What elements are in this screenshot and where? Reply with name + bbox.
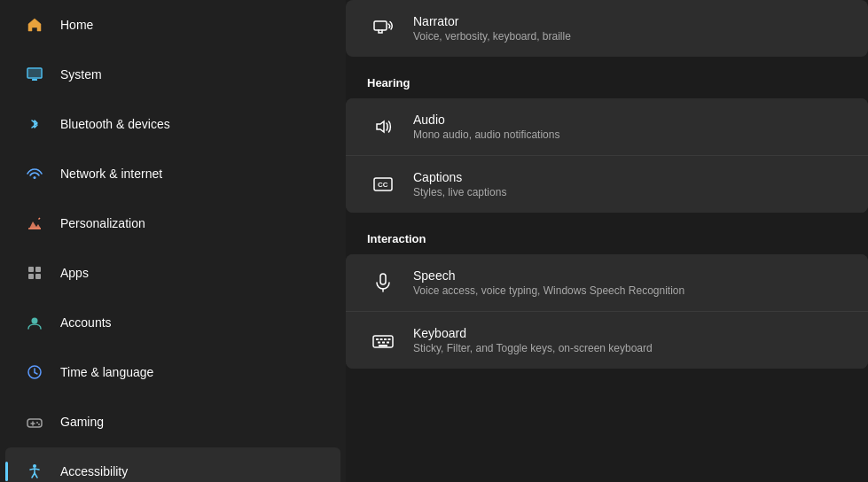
svg-rect-28 <box>382 342 385 344</box>
svg-rect-2 <box>32 79 37 81</box>
sidebar-item-home[interactable]: Home <box>5 1 340 49</box>
audio-icon <box>367 111 399 143</box>
audio-subtitle: Mono audio, audio notifications <box>413 128 559 141</box>
network-icon <box>23 162 46 185</box>
section-header-hearing: Hearing <box>346 60 868 98</box>
sidebar-item-personalization[interactable]: Personalization <box>5 199 340 247</box>
settings-item-narrator[interactable]: NarratorVoice, verbosity, keyboard, brai… <box>346 0 868 57</box>
sidebar-label-accounts: Accounts <box>60 315 112 330</box>
time-icon <box>23 361 46 384</box>
sidebar-label-apps: Apps <box>60 266 89 280</box>
svg-point-16 <box>33 464 36 468</box>
svg-rect-8 <box>35 274 41 279</box>
svg-rect-20 <box>380 274 386 284</box>
home-icon <box>23 13 46 36</box>
narrator-text: NarratorVoice, verbosity, keyboard, brai… <box>413 14 571 43</box>
audio-title: Audio <box>413 113 559 127</box>
settings-item-audio[interactable]: AudioMono audio, audio notifications <box>346 98 868 156</box>
speech-icon <box>367 267 399 299</box>
personalization-icon <box>23 212 46 235</box>
speech-title: Speech <box>413 268 684 283</box>
sidebar-item-time[interactable]: Time & language <box>5 348 340 396</box>
section-block-vision: NarratorVoice, verbosity, keyboard, brai… <box>346 0 868 57</box>
sidebar-item-network[interactable]: Network & internet <box>5 150 340 198</box>
accessibility-icon <box>23 460 46 482</box>
sidebar-label-bluetooth: Bluetooth & devices <box>60 117 170 131</box>
sidebar-item-gaming[interactable]: Gaming <box>5 398 340 446</box>
captions-title: Captions <box>413 170 506 184</box>
svg-rect-7 <box>28 274 34 279</box>
captions-subtitle: Styles, live captions <box>413 186 506 198</box>
section-block-interaction: SpeechVoice access, voice typing, Window… <box>346 254 868 369</box>
svg-point-14 <box>36 422 38 424</box>
sidebar-label-time: Time & language <box>60 365 153 379</box>
section-block-hearing: AudioMono audio, audio notifications CC … <box>346 98 868 213</box>
svg-point-3 <box>34 176 36 179</box>
sidebar-item-system[interactable]: System <box>5 51 340 98</box>
narrator-subtitle: Voice, verbosity, keyboard, braille <box>413 30 571 43</box>
narrator-icon <box>367 12 399 44</box>
main-content: NarratorVoice, verbosity, keyboard, brai… <box>346 0 868 482</box>
svg-point-15 <box>38 424 40 425</box>
narrator-title: Narrator <box>413 14 571 28</box>
svg-rect-24 <box>380 338 383 340</box>
sidebar-label-network: Network & internet <box>60 167 162 181</box>
speech-text: SpeechVoice access, voice typing, Window… <box>413 268 684 297</box>
sidebar-item-apps[interactable]: Apps <box>5 249 340 297</box>
sidebar-label-home: Home <box>60 18 93 32</box>
svg-rect-5 <box>28 267 34 272</box>
accounts-icon <box>23 311 46 334</box>
svg-rect-6 <box>35 267 41 272</box>
svg-rect-17 <box>374 21 387 30</box>
captions-text: CaptionsStyles, live captions <box>413 170 506 198</box>
svg-rect-27 <box>378 342 380 344</box>
sidebar-label-personalization: Personalization <box>60 216 145 230</box>
svg-rect-23 <box>376 338 379 340</box>
keyboard-text: KeyboardSticky, Filter, and Toggle keys,… <box>413 326 653 354</box>
sidebar-item-bluetooth[interactable]: Bluetooth & devices <box>5 100 340 148</box>
svg-point-9 <box>32 318 38 324</box>
svg-rect-25 <box>384 338 387 340</box>
system-icon <box>23 63 46 86</box>
sidebar-label-accessibility: Accessibility <box>60 464 128 478</box>
sidebar: Home System Bluetooth & devices Network … <box>0 0 346 482</box>
settings-item-keyboard[interactable]: KeyboardSticky, Filter, and Toggle keys,… <box>346 312 868 369</box>
sidebar-item-accessibility[interactable]: Accessibility <box>5 447 340 482</box>
gaming-icon <box>23 410 46 433</box>
svg-rect-29 <box>387 342 389 344</box>
sidebar-label-system: System <box>60 67 102 82</box>
section-header-interaction: Interaction <box>346 216 868 254</box>
sidebar-label-gaming: Gaming <box>60 415 104 429</box>
audio-text: AudioMono audio, audio notifications <box>413 113 559 141</box>
svg-rect-30 <box>379 345 387 346</box>
svg-text:CC: CC <box>378 181 388 189</box>
bluetooth-icon <box>23 113 46 136</box>
settings-item-speech[interactable]: SpeechVoice access, voice typing, Window… <box>346 254 868 312</box>
keyboard-title: Keyboard <box>413 326 653 340</box>
apps-icon <box>23 261 46 284</box>
svg-rect-1 <box>28 69 41 77</box>
keyboard-subtitle: Sticky, Filter, and Toggle keys, on-scre… <box>413 342 653 354</box>
captions-icon: CC <box>367 168 399 200</box>
keyboard-icon <box>367 324 399 356</box>
sidebar-item-accounts[interactable]: Accounts <box>5 299 340 346</box>
speech-subtitle: Voice access, voice typing, Windows Spee… <box>413 284 684 297</box>
settings-item-captions[interactable]: CC CaptionsStyles, live captions <box>346 156 868 213</box>
svg-rect-26 <box>388 338 391 340</box>
